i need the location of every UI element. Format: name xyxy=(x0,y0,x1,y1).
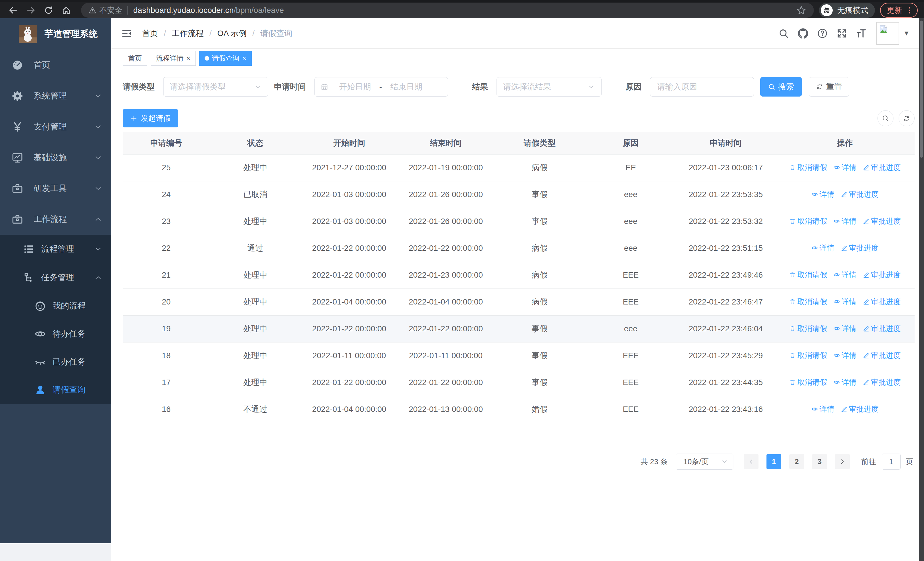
page-size-select[interactable]: 10条/页 xyxy=(676,454,734,469)
start-date-placeholder[interactable]: 开始日期 xyxy=(334,81,376,92)
detail-link[interactable]: 详情 xyxy=(811,404,834,414)
incognito-label: 无痕模式 xyxy=(837,5,868,15)
help-icon[interactable] xyxy=(817,28,828,39)
sidebar-logo[interactable]: 芋道管理系统 xyxy=(0,18,111,50)
browser-forward-button[interactable] xyxy=(24,4,37,17)
leave-type-select[interactable]: 请选择请假类型 xyxy=(163,77,268,96)
detail-link[interactable]: 详情 xyxy=(833,350,856,361)
table-row: 22通过2022-01-22 00:00:002022-01-22 00:00:… xyxy=(123,235,915,262)
page-button-2[interactable]: 2 xyxy=(789,454,804,469)
detail-link[interactable]: 详情 xyxy=(833,378,856,387)
detail-link[interactable]: 详情 xyxy=(833,162,856,173)
tab-流程详情[interactable]: 流程详情× xyxy=(151,51,196,66)
sidebar-item-工作流程[interactable]: 工作流程 xyxy=(0,204,111,235)
sidebar-item-首页[interactable]: 首页 xyxy=(0,50,111,81)
result-select[interactable]: 请选择流结果 xyxy=(496,77,602,96)
detail-link[interactable]: 详情 xyxy=(811,243,834,253)
detail-link[interactable]: 详情 xyxy=(833,270,856,280)
browser-home-button[interactable] xyxy=(60,4,72,17)
page-scrollbar[interactable] xyxy=(919,18,924,561)
sidebar-item-研发工具[interactable]: 研发工具 xyxy=(0,173,111,204)
goto-page-value: 1 xyxy=(889,457,893,466)
sidebar-item-请假查询[interactable]: 请假查询 xyxy=(0,376,111,404)
approval-progress-link[interactable]: 审批进度 xyxy=(841,190,879,199)
next-page-button[interactable] xyxy=(835,454,850,469)
breadcrumb-item[interactable]: 工作流程 xyxy=(172,28,204,39)
sidebar-item-系统管理[interactable]: 系统管理 xyxy=(0,81,111,111)
detail-link[interactable]: 详情 xyxy=(833,297,856,307)
breadcrumb-separator: / xyxy=(252,29,255,38)
breadcrumb-item[interactable]: OA 示例 xyxy=(218,28,247,39)
approval-progress-link[interactable]: 审批进度 xyxy=(862,378,901,387)
cell-status: 处理中 xyxy=(210,208,301,235)
cancel-leave-link[interactable]: 取消请假 xyxy=(789,270,827,280)
approval-progress-link[interactable]: 审批进度 xyxy=(862,270,901,280)
detail-link[interactable]: 详情 xyxy=(833,216,856,226)
pagination-total: 共 23 条 xyxy=(640,457,668,467)
cell-actions: 详情审批进度 xyxy=(776,396,915,423)
tab-close-icon[interactable]: × xyxy=(242,55,246,62)
cancel-leave-link[interactable]: 取消请假 xyxy=(789,297,827,307)
font-size-icon[interactable] xyxy=(856,28,867,39)
cancel-leave-link[interactable]: 取消请假 xyxy=(789,216,827,226)
cancel-leave-link[interactable]: 取消请假 xyxy=(789,323,827,334)
approval-progress-link[interactable]: 审批进度 xyxy=(841,404,879,414)
kebab-menu-icon[interactable] xyxy=(905,5,914,15)
bookmark-star-icon[interactable] xyxy=(796,5,806,15)
security-label[interactable]: 不安全 xyxy=(99,5,122,15)
github-icon[interactable] xyxy=(798,28,808,39)
sidebar-item-我的流程[interactable]: 我的流程 xyxy=(0,292,111,320)
approval-progress-link[interactable]: 审批进度 xyxy=(862,162,901,173)
tab-close-icon[interactable]: × xyxy=(186,55,190,62)
cancel-leave-link[interactable]: 取消请假 xyxy=(789,378,827,387)
reason-placeholder: 请输入原因 xyxy=(657,81,697,92)
avatar-dropdown-caret[interactable]: ▼ xyxy=(903,29,910,37)
eye-icon xyxy=(833,352,840,359)
page-button-3[interactable]: 3 xyxy=(812,454,827,469)
cell-start: 2021-12-27 00:00:00 xyxy=(301,154,398,181)
cell-status: 处理中 xyxy=(210,342,301,369)
tab-请假查询[interactable]: 请假查询× xyxy=(199,51,252,66)
scrollbar-thumb[interactable] xyxy=(920,21,923,158)
end-date-placeholder[interactable]: 结束日期 xyxy=(385,81,428,92)
approval-progress-link[interactable]: 审批进度 xyxy=(862,323,901,334)
detail-link[interactable]: 详情 xyxy=(811,190,834,199)
approval-progress-link[interactable]: 审批进度 xyxy=(862,297,901,307)
sidebar-item-待办任务[interactable]: 待办任务 xyxy=(0,320,111,348)
approval-progress-link[interactable]: 审批进度 xyxy=(862,216,901,226)
fullscreen-icon[interactable] xyxy=(836,28,847,39)
hide-search-button[interactable] xyxy=(878,110,894,126)
goto-page-input[interactable]: 1 xyxy=(882,454,901,469)
user-avatar[interactable] xyxy=(876,22,899,45)
sidebar-item-已办任务[interactable]: 已办任务 xyxy=(0,348,111,376)
tab-首页[interactable]: 首页 xyxy=(123,51,147,66)
browser-update-button[interactable]: 更新 xyxy=(880,3,918,18)
column-header-申请编号: 申请编号 xyxy=(123,132,210,154)
address-bar[interactable]: 不安全 dashboard.yudao.iocoder.cn /bpm/oa/l… xyxy=(81,3,814,18)
sidebar-item-支付管理[interactable]: 支付管理 xyxy=(0,111,111,142)
refresh-table-button[interactable] xyxy=(898,110,915,126)
sidebar-item-流程管理[interactable]: 流程管理 xyxy=(0,235,111,263)
detail-link[interactable]: 详情 xyxy=(833,323,856,334)
apply-time-range-picker[interactable]: 开始日期 - 结束日期 xyxy=(315,77,448,96)
sidebar-item-任务管理[interactable]: 任务管理 xyxy=(0,263,111,292)
cell-id: 17 xyxy=(123,369,210,396)
page-button-1[interactable]: 1 xyxy=(766,454,782,469)
reason-input[interactable]: 请输入原因 xyxy=(650,77,754,96)
cancel-leave-link[interactable]: 取消请假 xyxy=(789,162,827,173)
create-leave-button[interactable]: 发起请假 xyxy=(123,109,178,127)
prev-page-button[interactable] xyxy=(744,454,759,469)
breadcrumb-item[interactable]: 首页 xyxy=(142,28,158,39)
browser-reload-button[interactable] xyxy=(42,4,55,17)
sidebar-collapse-icon[interactable] xyxy=(121,28,132,39)
search-button[interactable]: 搜索 xyxy=(760,77,802,96)
trash-icon xyxy=(789,271,796,278)
search-icon[interactable] xyxy=(778,28,789,39)
reset-button[interactable]: 重置 xyxy=(809,77,849,96)
cancel-leave-link[interactable]: 取消请假 xyxy=(789,350,827,361)
sidebar-item-基础设施[interactable]: 基础设施 xyxy=(0,142,111,173)
approval-progress-link[interactable]: 审批进度 xyxy=(862,350,901,361)
approval-progress-link[interactable]: 审批进度 xyxy=(841,243,879,253)
cell-actions: 取消请假详情审批进度 xyxy=(776,289,915,315)
browser-back-button[interactable] xyxy=(7,4,20,17)
